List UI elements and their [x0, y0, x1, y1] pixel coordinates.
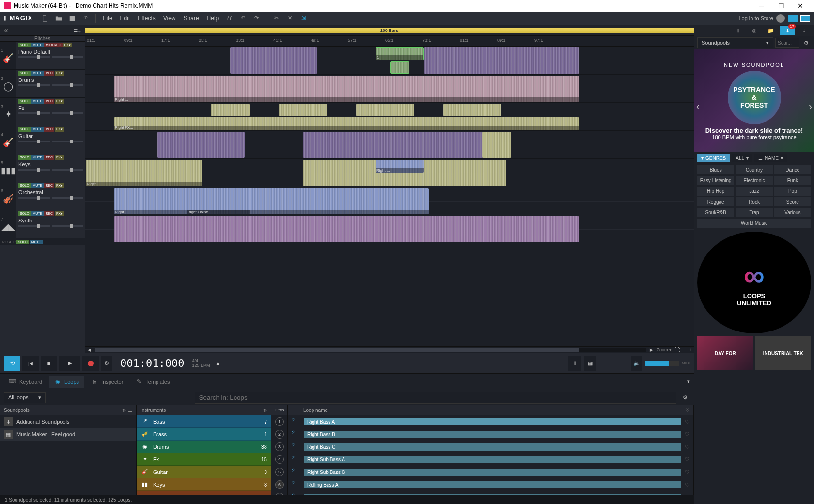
audio-clip[interactable] — [230, 47, 317, 74]
track-fx-button[interactable]: FX▾ — [55, 71, 64, 76]
instrument-item[interactable]: 🎸Guitar3 — [137, 466, 271, 478]
loop-fav-icon[interactable]: ♡ — [685, 408, 689, 413]
genre-pill[interactable]: Electronic — [736, 176, 772, 185]
track-header[interactable]: 4🎸 SOLOMUTERECFX▾ Guitar — [0, 126, 85, 154]
loop-item[interactable]: 𝄢Right Sub Bass A♡ — [288, 453, 693, 466]
audio-clip[interactable] — [482, 132, 511, 158]
genres-filter-button[interactable]: ▾ GENRES — [697, 154, 730, 162]
mute-master-button[interactable]: 🔈 — [631, 356, 642, 371]
audio-clip[interactable]: 1 — [376, 47, 424, 60]
track-name[interactable]: Synth — [18, 217, 83, 224]
menu-effects[interactable]: Effects — [134, 15, 159, 22]
track-name[interactable]: Drums — [18, 77, 83, 83]
favorite-icon[interactable]: ♡ — [685, 469, 689, 475]
zoom-out-icon[interactable]: − — [683, 347, 686, 353]
track-instrument-icon[interactable]: 6🎻 — [0, 182, 16, 210]
genre-pill[interactable]: Soul/R&B — [697, 208, 734, 217]
track-solo-button[interactable]: SOLO — [18, 155, 31, 160]
instrument-item[interactable]: ✦Fx15 — [137, 453, 271, 466]
audio-clip[interactable] — [390, 61, 409, 74]
audio-clip[interactable] — [157, 132, 245, 158]
avatar-icon[interactable] — [776, 14, 785, 23]
maximize-button[interactable]: ☐ — [771, 0, 791, 12]
track-name[interactable]: Orchestral — [18, 189, 83, 196]
genre-pill[interactable]: Trap — [736, 208, 772, 217]
track-pan-slider[interactable] — [18, 225, 50, 227]
genre-pill[interactable]: Reggae — [697, 197, 734, 206]
track-fx-button[interactable]: FX▾ — [55, 211, 64, 216]
rp-tab-store[interactable]: ◎ — [747, 26, 762, 35]
track-rec-button[interactable]: REC — [44, 127, 54, 132]
track-pan-slider[interactable] — [18, 197, 50, 199]
audio-clip[interactable] — [211, 104, 250, 116]
promo-tile-2[interactable]: INDUSTRIAL TEK — [755, 336, 812, 370]
track-name[interactable]: Guitar — [18, 133, 83, 140]
menu-edit[interactable]: Edit — [116, 15, 134, 22]
track-pan-slider[interactable] — [18, 84, 50, 86]
track-header[interactable]: 3✦ SOLOMUTERECFX▾ Fx — [0, 98, 85, 126]
genre-pill[interactable]: Score — [774, 197, 811, 206]
loop-item[interactable]: 𝄢Right Sub Bass B♡ — [288, 466, 693, 478]
favorite-icon[interactable]: ♡ — [685, 419, 689, 425]
instrument-item[interactable]: 🎺Brass1 — [137, 428, 271, 441]
audio-clip[interactable]: Right Orche... — [187, 188, 429, 214]
track-solo-button[interactable]: SOLO — [18, 99, 31, 104]
genre-pill[interactable]: Easy Listening — [697, 176, 734, 185]
track-vol-slider[interactable] — [52, 141, 83, 142]
track-solo-button[interactable]: SOLO — [18, 211, 31, 216]
track-header[interactable]: 5▮▮▮ SOLOMUTERECFX▾ Keys — [0, 154, 85, 182]
metronome-button[interactable]: ▲ — [212, 356, 223, 371]
tab-loops[interactable]: ◉Loops — [49, 376, 84, 388]
tool-icon[interactable]: ⇲ — [298, 13, 309, 24]
track-fx-button[interactable]: FX▾ — [63, 43, 72, 47]
master-volume-slider[interactable] — [645, 361, 679, 366]
track-fx-button[interactable]: FX▾ — [55, 155, 64, 160]
track-rec-button[interactable]: REC — [44, 155, 54, 160]
track-instrument-icon[interactable]: 1🎸 — [0, 42, 16, 69]
loops-settings-icon[interactable]: ⚙ — [680, 393, 690, 402]
zoom-in-icon[interactable]: + — [689, 347, 692, 353]
track-instrument-icon[interactable]: 5▮▮▮ — [0, 154, 16, 182]
track-instrument-icon[interactable]: 3✦ — [0, 98, 16, 126]
track-vol-slider[interactable] — [52, 84, 83, 86]
login-link[interactable]: Log in to Store — [738, 16, 773, 21]
track-vol-slider[interactable] — [52, 112, 83, 114]
promo-prev-icon[interactable]: ‹ — [696, 101, 700, 112]
sp-list-icon[interactable]: ☰ — [128, 408, 132, 413]
skip-start-button[interactable]: |◄ — [22, 356, 39, 371]
inst-sort-icon[interactable]: ⇅ — [263, 408, 267, 413]
favorite-icon[interactable]: ♡ — [685, 431, 689, 438]
track-solo-button[interactable]: SOLO — [18, 183, 31, 188]
sp-sort-icon[interactable]: ⇅ — [122, 408, 126, 413]
open-icon[interactable] — [53, 13, 64, 24]
pitch-item[interactable]: 7 — [271, 491, 287, 495]
audio-clip[interactable] — [303, 132, 506, 158]
collapse-tracks-icon[interactable]: « — [4, 26, 8, 35]
view-toggle-2[interactable] — [800, 15, 810, 22]
audio-clip[interactable] — [443, 104, 501, 116]
genre-pill[interactable]: Country — [736, 165, 772, 174]
record-button[interactable] — [82, 356, 99, 371]
track-vol-slider[interactable] — [52, 169, 83, 171]
track-instrument-icon[interactable]: 7◢◣ — [0, 210, 16, 238]
rp-tab-import[interactable]: ⤓ — [797, 26, 811, 35]
pitch-item[interactable]: 2 — [271, 428, 287, 441]
rp-category-dropdown[interactable]: Soundpools▾ — [697, 37, 773, 48]
favorite-icon[interactable]: ♡ — [685, 444, 689, 450]
track-lane[interactable]: 1 — [85, 47, 694, 75]
favorite-icon[interactable]: ♡ — [685, 457, 689, 463]
loop-item[interactable]: 𝄢Rolling Bass A♡ — [288, 478, 693, 491]
pitch-item[interactable]: 6 — [271, 478, 287, 491]
track-solo-button[interactable]: SOLO — [18, 71, 31, 76]
track-vol-slider[interactable] — [52, 197, 83, 199]
tab-templates[interactable]: ✎Templates — [130, 376, 174, 388]
rp-tab-sounds[interactable]: ⫴ — [731, 26, 745, 35]
track-header[interactable]: 7◢◣ SOLOMUTERECFX▾ Synth — [0, 210, 85, 238]
loops-search-input[interactable] — [195, 392, 676, 404]
redo-icon[interactable]: ↷ — [251, 13, 262, 24]
track-fx-button[interactable]: FX▾ — [55, 127, 64, 132]
zoom-fit-icon[interactable]: ⛶ — [674, 347, 680, 353]
menu-help[interactable]: Help — [203, 15, 223, 22]
keyboard-button[interactable]: ▦ — [584, 356, 596, 371]
track-pan-slider[interactable] — [18, 56, 50, 58]
